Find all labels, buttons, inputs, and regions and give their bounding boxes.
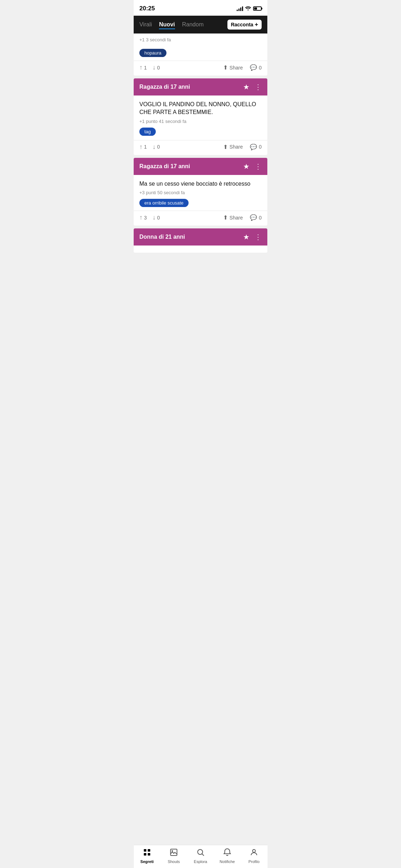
card-1: Ragazza di 17 anni ★ ⋮ VOGLIO IL PANDINO…	[134, 78, 267, 155]
card-2-star-icon[interactable]: ★	[243, 162, 250, 171]
card-2-header-title: Ragazza di 17 anni	[139, 163, 190, 170]
card-2-body: Ma se un cesso viene bocciato è retroces…	[134, 175, 267, 211]
notifiche-label: Notifiche	[220, 859, 235, 864]
card-1-comment-button[interactable]: 💬 0	[250, 144, 262, 150]
bottom-nav: Segreti Shouts Esplora Notifiche	[134, 845, 267, 868]
card-1-meta: +1 punto 41 secondi fa	[139, 119, 262, 124]
user-icon	[250, 848, 258, 859]
card-1-downvote-button[interactable]: ↓ 0	[153, 143, 160, 151]
card-1-menu-icon[interactable]: ⋮	[255, 83, 262, 91]
card-2-comment-button[interactable]: 💬 0	[250, 214, 262, 221]
card-0-footer: ↑ 1 ↓ 0 ⬆ Share 💬 0	[134, 61, 267, 76]
card-3-header-actions: ★ ⋮	[243, 233, 262, 241]
card-2-tag[interactable]: era orribile scusate	[139, 199, 189, 207]
bottom-nav-shouts[interactable]: Shouts	[163, 848, 185, 864]
bottom-nav-esplora[interactable]: Esplora	[190, 848, 211, 864]
grid-icon	[143, 848, 151, 859]
card-1-upvote-button[interactable]: ↑ 1	[139, 143, 147, 151]
card-2-footer: ↑ 3 ↓ 0 ⬆ Share 💬 0	[134, 211, 267, 226]
svg-rect-2	[144, 853, 146, 856]
card-2-share-button[interactable]: ⬆ Share	[223, 214, 243, 221]
card-2-downvote-button[interactable]: ↓ 0	[153, 214, 160, 221]
feed: +1 3 secondi fa hopaura ↑ 1 ↓ 0 ⬆ Share	[134, 33, 267, 298]
card-3: Donna di 21 anni ★ ⋮	[134, 228, 267, 253]
status-bar: 20:25	[134, 0, 267, 16]
card-0-share-button[interactable]: ⬆ Share	[223, 64, 243, 71]
card-2-header-actions: ★ ⋮	[243, 162, 262, 171]
tab-nuovi[interactable]: Nuovi	[159, 20, 175, 29]
card-0-downvote-button[interactable]: ↓ 0	[153, 64, 160, 71]
card-3-header: Donna di 21 anni ★ ⋮	[134, 228, 267, 246]
nav-bar: Virali Nuovi Random Racconta +	[134, 16, 267, 33]
card-3-menu-icon[interactable]: ⋮	[255, 233, 262, 241]
tab-virali[interactable]: Virali	[139, 20, 152, 29]
card-1-tag[interactable]: tag	[139, 128, 156, 136]
card-1-footer: ↑ 1 ↓ 0 ⬆ Share 💬 0	[134, 140, 267, 155]
card-2-meta: +3 punti 50 secondi fa	[139, 190, 262, 195]
search-icon	[196, 848, 205, 859]
card-0-comment-button[interactable]: 💬 0	[250, 64, 262, 71]
card-3-star-icon[interactable]: ★	[243, 233, 250, 241]
card-0-meta: +1 3 secondi fa	[134, 33, 267, 44]
svg-rect-0	[144, 849, 146, 852]
card-0: +1 3 secondi fa hopaura ↑ 1 ↓ 0 ⬆ Share	[134, 33, 267, 76]
card-2-menu-icon[interactable]: ⋮	[255, 162, 262, 171]
card-2-upvote-button[interactable]: ↑ 3	[139, 214, 147, 221]
card-1-text: VOGLIO IL PANDINO DEL NONNO, QUELLO CHE …	[139, 100, 262, 117]
bottom-nav-notifiche[interactable]: Notifiche	[217, 848, 238, 864]
card-2: Ragazza di 17 anni ★ ⋮ Ma se un cesso vi…	[134, 158, 267, 226]
profilo-label: Profilo	[248, 859, 259, 864]
card-3-header-title: Donna di 21 anni	[139, 234, 185, 240]
card-2-header: Ragazza di 17 anni ★ ⋮	[134, 158, 267, 175]
racconta-button[interactable]: Racconta +	[227, 20, 262, 30]
card-0-tag[interactable]: hopaura	[139, 49, 166, 57]
svg-rect-3	[148, 853, 150, 856]
card-1-header: Ragazza di 17 anni ★ ⋮	[134, 78, 267, 95]
card-0-upvote-button[interactable]: ↑ 1	[139, 64, 147, 71]
status-time: 20:25	[139, 5, 155, 12]
battery-icon	[253, 6, 262, 11]
card-1-star-icon[interactable]: ★	[243, 83, 250, 91]
bell-icon	[223, 848, 232, 859]
image-icon	[170, 848, 178, 859]
bottom-nav-segreti[interactable]: Segreti	[137, 848, 158, 864]
svg-point-5	[172, 850, 173, 852]
card-1-header-title: Ragazza di 17 anni	[139, 84, 190, 90]
shouts-label: Shouts	[168, 859, 180, 864]
status-icons	[237, 6, 262, 11]
svg-rect-1	[148, 849, 150, 852]
signal-icon	[237, 6, 243, 11]
bottom-nav-profilo[interactable]: Profilo	[243, 848, 265, 864]
card-0-body: hopaura	[134, 44, 267, 61]
card-1-header-actions: ★ ⋮	[243, 83, 262, 91]
card-1-body: VOGLIO IL PANDINO DEL NONNO, QUELLO CHE …	[134, 95, 267, 140]
svg-point-7	[253, 849, 256, 852]
segreti-label: Segreti	[140, 859, 154, 864]
wifi-icon	[245, 6, 251, 11]
card-1-share-button[interactable]: ⬆ Share	[223, 144, 243, 150]
card-0-downvote-group: ↓ 0	[153, 64, 160, 71]
tab-random[interactable]: Random	[182, 20, 204, 29]
esplora-label: Esplora	[194, 859, 207, 864]
card-2-text: Ma se un cesso viene bocciato è retroces…	[139, 180, 262, 188]
card-0-upvote-group: ↑ 1	[139, 64, 147, 71]
